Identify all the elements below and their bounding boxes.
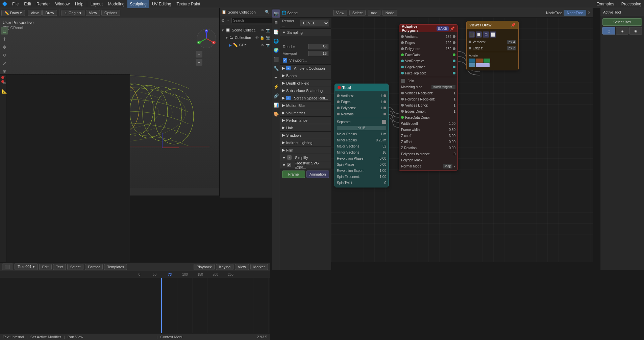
node-select-btn[interactable]: Select: [349, 10, 366, 16]
output-tab[interactable]: 🖥: [272, 19, 280, 27]
node-bake-btn[interactable]: BAKE: [437, 26, 449, 31]
move-tool[interactable]: ✥: [1, 43, 8, 51]
tool-mode-lasso[interactable]: ◉: [629, 27, 642, 35]
tl-keying-menu[interactable]: Keying: [216, 264, 233, 270]
zoom-out-btn[interactable]: −: [196, 59, 202, 66]
freestyle-header[interactable]: ▼ ✓ Freestyle SVG Expo...: [280, 161, 331, 168]
tl-marker-menu[interactable]: Marker: [250, 264, 268, 270]
transform-origin[interactable]: ⊕ Origin ▾: [61, 10, 84, 16]
select-box-tool[interactable]: ◻: [1, 27, 8, 35]
menu-edit[interactable]: Edit: [21, 0, 34, 8]
bloom-header[interactable]: ▶ Bloom: [280, 72, 331, 79]
node-close-icon[interactable]: ✕: [588, 10, 591, 15]
shadows-header[interactable]: ▶ Shadows: [280, 131, 331, 139]
measure-tool[interactable]: 📐: [1, 87, 8, 95]
viewer-draw-node[interactable]: Viewer Draw 📌 ⬛ 🔲 ⊡ ⬜ Vertices: px 4 Edg…: [466, 21, 519, 70]
menu-processing[interactable]: Processing: [619, 0, 644, 8]
zoom-btn[interactable]: +: [196, 51, 202, 58]
engine-select[interactable]: EEVEECyclesWorkbench: [300, 20, 329, 26]
ssr-header[interactable]: ▶ ✓ Screen Space Refl...: [280, 94, 331, 101]
mode-selector[interactable]: ✏️ Draw ▾: [1, 10, 25, 16]
color-swatch-2[interactable]: [476, 59, 483, 63]
cursor-tool[interactable]: ✛: [1, 35, 8, 43]
ssr-checkbox[interactable]: ✓: [286, 96, 291, 100]
viewport-samples[interactable]: [308, 51, 328, 56]
viewport-denoising-cb[interactable]: ✓: [283, 58, 287, 63]
tl-templates-menu[interactable]: Templates: [104, 264, 127, 270]
modifier-tab[interactable]: 🔧: [272, 64, 280, 72]
workspace-layout[interactable]: Layout: [88, 0, 105, 8]
node-view-btn[interactable]: View: [333, 10, 347, 16]
object-tab[interactable]: ⬛: [272, 55, 280, 63]
performance-header[interactable]: ▶ Performance: [280, 116, 331, 124]
workspace-texture-paint[interactable]: Texture Paint: [174, 0, 203, 8]
workspace-modeling[interactable]: Modeling: [105, 0, 127, 8]
menu-help[interactable]: Help: [72, 0, 86, 8]
vd-icon-4[interactable]: ⬜: [490, 31, 496, 38]
timeline-canvas[interactable]: [0, 278, 270, 333]
overlay-draw-btn[interactable]: Draw: [42, 10, 57, 16]
transform-tool[interactable]: ⊞: [1, 68, 8, 75]
workspace-uv-editing[interactable]: UV Editing: [149, 0, 174, 8]
menu-render[interactable]: Render: [34, 0, 52, 8]
workspace-sculpting[interactable]: Sculpting: [127, 0, 149, 8]
tl-playback-menu[interactable]: Playback: [194, 264, 215, 270]
material-tab[interactable]: 🎨: [272, 110, 280, 118]
data-tab[interactable]: 📊: [272, 101, 280, 109]
film-header[interactable]: ▶ Film: [280, 146, 331, 154]
vd-pin-icon[interactable]: 📌: [511, 23, 516, 27]
freestyle-checkbox[interactable]: ✓: [287, 163, 291, 167]
ao-checkbox[interactable]: ✓: [286, 66, 291, 70]
options-btn[interactable]: Options: [101, 10, 120, 16]
subsurface-header[interactable]: ▶ Subsurface Scattering: [280, 87, 331, 94]
timeline-cursor[interactable]: [161, 278, 162, 333]
particles-tab[interactable]: ✦: [272, 73, 280, 82]
gpe-camera-icon[interactable]: 📷: [266, 43, 270, 47]
simplify-header[interactable]: ▼ ✓ Simplify: [280, 154, 331, 161]
menu-file[interactable]: File: [9, 0, 21, 8]
menu-window[interactable]: Window: [52, 0, 72, 8]
normal-mode-arrow[interactable]: ▾: [454, 164, 455, 168]
blender-icon[interactable]: 🔷: [0, 0, 9, 8]
outliner-search-input[interactable]: [231, 18, 272, 23]
camera2-icon[interactable]: 📷: [266, 36, 270, 40]
view-layer-tab[interactable]: 📑: [272, 28, 280, 36]
node-pin-icon[interactable]: 📌: [450, 26, 455, 31]
rotate-tool[interactable]: ↻: [1, 51, 8, 59]
tool-mode-circle[interactable]: ◈: [616, 27, 629, 35]
hair-header[interactable]: ▶ Hair: [280, 124, 331, 131]
menu-examples[interactable]: Examples: [594, 0, 617, 8]
tl-view-menu[interactable]: View: [235, 264, 249, 270]
sync-icon[interactable]: ↔: [226, 18, 230, 23]
volumetrics-header[interactable]: ▶ Volumetrics: [280, 109, 331, 116]
node-close-dot[interactable]: [338, 86, 341, 89]
view-btn[interactable]: View: [28, 10, 42, 16]
color-swatch-1[interactable]: [469, 59, 475, 63]
ambient-occlusion-header[interactable]: ▶ ✓ Ambient Occlusion: [280, 64, 331, 72]
tl-object-icon[interactable]: ⬛: [2, 264, 13, 270]
render-tab[interactable]: 📷: [272, 9, 280, 18]
total-node[interactable]: Total Vertices: 1 Edges: 1 Polygons: 1: [335, 84, 389, 187]
camera-icon[interactable]: 📷: [266, 28, 270, 32]
gpe-item[interactable]: ▶ ✏️ GPe 👁 📷: [220, 41, 272, 49]
tool-mode-box[interactable]: ◻: [602, 27, 615, 35]
physics-tab[interactable]: ⚡: [272, 83, 280, 91]
lock-icon[interactable]: 🔒: [260, 36, 265, 40]
select-box-btn[interactable]: Select Box: [602, 18, 642, 26]
color-swatch-3[interactable]: [484, 59, 490, 63]
motion-blur-header[interactable]: ▶ Motion Blur: [280, 101, 331, 109]
eye-icon[interactable]: 👁: [255, 36, 259, 40]
adaptive-polygons-node[interactable]: Adaptive Polygons BAKE 📌 Vertices: 132 E…: [399, 24, 458, 171]
filter-icon[interactable]: ⚙: [221, 18, 225, 23]
dof-header[interactable]: ▶ Depth of Field: [280, 79, 331, 87]
tl-select-menu[interactable]: Select: [67, 264, 84, 270]
color-swatch-4[interactable]: [469, 63, 475, 67]
annotate-tool[interactable]: ✏: [1, 79, 8, 87]
tl-text-menu2[interactable]: Text: [53, 264, 66, 270]
scene-collection-item[interactable]: ▼ 🔲 Scene Collect. 👁 📷: [220, 26, 272, 34]
simplify-checkbox[interactable]: ✓: [287, 155, 292, 160]
frame-button[interactable]: Frame: [282, 171, 305, 178]
outliner-search[interactable]: 🔍: [265, 10, 270, 14]
gpe-eye-icon[interactable]: 👁: [261, 43, 265, 47]
color-swatch-5[interactable]: [476, 63, 490, 67]
